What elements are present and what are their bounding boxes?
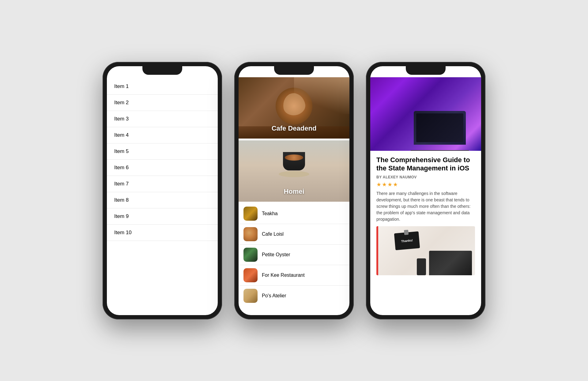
list-item-2[interactable]: Item 2 bbox=[107, 95, 218, 111]
restaurant-name-4: For Kee Restaurant bbox=[262, 272, 305, 278]
restaurant-list: TeakhaCafe LoislPetite OysterFor Kee Res… bbox=[239, 204, 349, 304]
article-body: The Comprehensive Guide to the State Man… bbox=[370, 151, 481, 280]
restaurant-icon-2 bbox=[243, 227, 258, 241]
list-item-3[interactable]: Item 3 bbox=[107, 111, 218, 127]
homei-label: Homei bbox=[284, 188, 304, 196]
phone-2: Cafe Deadend Homei TeakhaCafe LoislPetit… bbox=[234, 62, 354, 319]
phone-3: The Comprehensive Guide to the State Man… bbox=[366, 62, 485, 319]
list-item-7[interactable]: Item 7 bbox=[107, 176, 218, 192]
list-item-6[interactable]: Item 6 bbox=[107, 160, 218, 176]
article-title: The Comprehensive Guide to the State Man… bbox=[376, 156, 475, 173]
coffee-cup bbox=[283, 152, 305, 170]
list-item-4[interactable]: Item 4 bbox=[107, 127, 218, 143]
article-stars: ★★★★ bbox=[376, 181, 475, 188]
red-ribbon-decoration bbox=[376, 226, 378, 275]
phone-1-list: Item 1Item 2Item 3Item 4Item 5Item 6Item… bbox=[107, 66, 218, 241]
phone-3-scroll[interactable]: The Comprehensive Guide to the State Man… bbox=[370, 66, 481, 304]
restaurant-item-2[interactable]: Cafe Loisl bbox=[239, 224, 349, 245]
laptop-base bbox=[411, 150, 469, 151]
restaurant-icon-4 bbox=[243, 268, 258, 282]
list-item-5[interactable]: Item 5 bbox=[107, 143, 218, 160]
laptop-screen bbox=[414, 111, 466, 145]
coffee-liquid bbox=[285, 154, 303, 161]
restaurant-name-2: Cafe Loisl bbox=[262, 231, 284, 237]
cafe-deadend-hero[interactable]: Cafe Deadend bbox=[239, 77, 349, 139]
restaurant-item-1[interactable]: Teakha bbox=[239, 204, 349, 224]
restaurant-icon-1 bbox=[243, 207, 258, 221]
workspace-laptop-decoration bbox=[429, 251, 472, 275]
article-author: BY ALEXEY NAUMOV bbox=[376, 175, 475, 179]
article-hero-image bbox=[370, 77, 481, 151]
restaurant-icon-5 bbox=[243, 289, 258, 303]
article-excerpt: There are many challenges in the softwar… bbox=[376, 190, 475, 223]
restaurant-name-3: Petite Oyster bbox=[262, 252, 290, 257]
list-item-1[interactable]: Item 1 bbox=[107, 78, 218, 95]
coffee-saucer bbox=[279, 171, 309, 177]
phone-2-notch bbox=[274, 66, 314, 75]
phone-1-scroll[interactable]: Item 1Item 2Item 3Item 4Item 5Item 6Item… bbox=[107, 66, 218, 304]
phone-2-screen: Cafe Deadend Homei TeakhaCafe LoislPetit… bbox=[239, 66, 349, 315]
sign-clip bbox=[404, 230, 409, 235]
restaurant-name-5: Po's Atelier bbox=[262, 293, 286, 299]
workspace-phone-decoration bbox=[417, 258, 426, 275]
restaurant-item-4[interactable]: For Kee Restaurant bbox=[239, 265, 349, 286]
phone-1: Item 1Item 2Item 3Item 4Item 5Item 6Item… bbox=[103, 62, 222, 319]
list-item-9[interactable]: Item 9 bbox=[107, 208, 218, 225]
thanks-sign-decoration bbox=[394, 231, 420, 250]
article-content: The Comprehensive Guide to the State Man… bbox=[370, 66, 481, 280]
homei-hero[interactable]: Homei bbox=[239, 140, 349, 202]
hand-overlay bbox=[294, 77, 349, 114]
list-item-8[interactable]: Item 8 bbox=[107, 192, 218, 208]
laptop-decoration bbox=[414, 111, 475, 151]
phone-1-screen: Item 1Item 2Item 3Item 4Item 5Item 6Item… bbox=[107, 66, 218, 315]
list-item-10[interactable]: Item 10 bbox=[107, 225, 218, 241]
phone-3-screen: The Comprehensive Guide to the State Man… bbox=[370, 66, 481, 315]
restaurant-name-1: Teakha bbox=[262, 211, 278, 216]
phone-3-notch bbox=[406, 66, 446, 75]
restaurant-icon-3 bbox=[243, 248, 258, 262]
restaurant-item-5[interactable]: Po's Atelier bbox=[239, 286, 349, 304]
phone-1-notch bbox=[142, 66, 182, 75]
restaurant-item-3[interactable]: Petite Oyster bbox=[239, 245, 349, 265]
restaurant-content: Cafe Deadend Homei TeakhaCafe LoislPetit… bbox=[239, 66, 349, 304]
article-second-image bbox=[376, 226, 475, 275]
coffee-cup-container bbox=[279, 168, 309, 174]
cafe-deadend-label: Cafe Deadend bbox=[272, 124, 317, 132]
phone-2-scroll[interactable]: Cafe Deadend Homei TeakhaCafe LoislPetit… bbox=[239, 66, 349, 304]
